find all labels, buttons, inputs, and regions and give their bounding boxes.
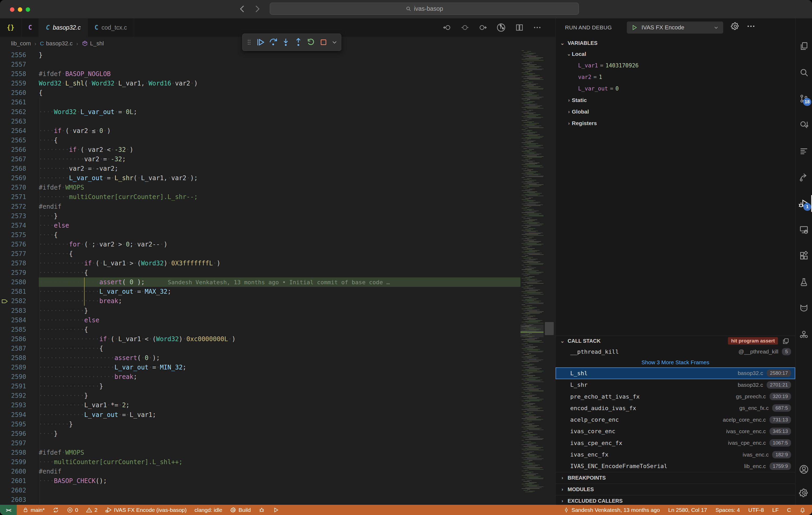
stack-frame-L_shl[interactable]: L_shlbasop32.c2580:17: [556, 368, 795, 379]
code-line-2584[interactable]: 2584············else: [0, 316, 520, 325]
search-details-icon[interactable]: [799, 119, 809, 130]
line-number[interactable]: 2576: [0, 240, 26, 249]
line-number[interactable]: 2597: [0, 438, 26, 448]
line-number[interactable]: 2603: [0, 495, 26, 505]
variables-scope-Global[interactable]: ›Global: [556, 106, 795, 117]
code-line-2562[interactable]: 2562····Word32·L_var_out·=·0L;: [0, 107, 520, 117]
code-editor[interactable]: 2556}25572558#ifdef·BASOP_NOGLOB2559Word…: [0, 50, 520, 505]
remote-explorer-icon[interactable]: [799, 224, 809, 235]
code-line-2599[interactable]: 2599····multiCounter[currCounter].L_shl+…: [0, 457, 520, 467]
breadcrumb-file[interactable]: C basop32.c: [40, 40, 72, 47]
code-line-2566[interactable]: 2566········if·(·var2·<·-32·): [0, 145, 520, 155]
line-number[interactable]: 2563: [0, 117, 26, 126]
line-number[interactable]: 2565: [0, 136, 26, 145]
code-line-2564[interactable]: 2564····if·(·var2·≤·0·): [0, 126, 520, 136]
stack-frame-acelp_core_enc[interactable]: acelp_core_encacelp_core_enc.c731:13: [556, 414, 795, 425]
step-out-icon[interactable]: [294, 37, 303, 47]
code-line-2571[interactable]: 2571········multiCounter[currCounter].L_…: [0, 192, 520, 202]
code-line-2577[interactable]: 2577········{: [0, 249, 520, 259]
scrollbar-thumb[interactable]: [545, 322, 554, 335]
line-number[interactable]: 2558: [0, 69, 26, 79]
line-number[interactable]: 2595: [0, 419, 26, 429]
history-back-icon[interactable]: [237, 4, 248, 14]
gitlens-icon[interactable]: [799, 303, 809, 314]
code-line-2592[interactable]: 2592············}: [0, 391, 520, 400]
stack-frame-encod_audio_ivas_fx[interactable]: encod_audio_ivas_fxgs_enc_fx.c687:5: [556, 402, 795, 414]
editor-scrollbar[interactable]: [544, 50, 555, 505]
tab-basop32.c[interactable]: Cbasop32.c: [39, 18, 88, 37]
test-beaker-icon[interactable]: [799, 277, 809, 288]
line-number[interactable]: 2588: [0, 353, 26, 363]
code-line-2582[interactable]: 2582················break;: [0, 296, 520, 306]
stack-frame-__pthread_kill[interactable]: __pthread_kill@__pthread_kill5: [556, 346, 795, 357]
code-line-2587[interactable]: 2587················{: [0, 344, 520, 353]
code-line-2578[interactable]: 2578············if·(·L_var1·>·(Word32)·0…: [0, 259, 520, 268]
source-control-icon[interactable]: 18: [799, 93, 809, 104]
live-share-icon[interactable]: [799, 172, 809, 183]
code-line-2568[interactable]: 2568········var2·=·-var2;: [0, 164, 520, 173]
line-number[interactable]: 2591: [0, 382, 26, 391]
line-number[interactable]: 2583: [0, 306, 26, 316]
line-number[interactable]: 2589: [0, 363, 26, 372]
code-line-2595[interactable]: 2595········}: [0, 419, 520, 429]
history-forward-icon[interactable]: [252, 4, 262, 14]
code-line-2557[interactable]: 2557: [0, 60, 520, 69]
status-item-sandesh-venkatesh-13-months-ago[interactable]: Sandesh Venkatesh, 13 months ago: [563, 507, 660, 513]
run-and-debug-icon[interactable]: 1: [799, 198, 809, 209]
status-item-clangd-idle[interactable]: clangd: idle: [194, 507, 222, 513]
code-line-2593[interactable]: 2593············L_var1·*=·2;: [0, 400, 520, 410]
symbol-circle-icon[interactable]: [461, 23, 469, 32]
tab-cod_tcx.c[interactable]: Ccod_tcx.c: [88, 18, 134, 37]
line-number[interactable]: 2593: [0, 400, 26, 410]
minimize-window-button[interactable]: [18, 7, 22, 12]
code-line-2580[interactable]: 2580················assert(·0·);Sandesh …: [0, 277, 520, 287]
code-line-2596[interactable]: 2596····}: [0, 429, 520, 438]
show-more-stack-frames-link[interactable]: Show 3 More Stack Frames: [556, 357, 795, 368]
stack-frame-IVAS_ENC_EncodeFrameToSerial[interactable]: IVAS_ENC_EncodeFrameToSeriallib_enc.c175…: [556, 460, 795, 472]
code-line-2589[interactable]: 2589····················L_var_out·=·MIN_…: [0, 363, 520, 372]
step-into-icon[interactable]: [281, 37, 290, 47]
code-line-2560[interactable]: 2560{: [0, 88, 520, 98]
line-number[interactable]: 2599: [0, 457, 26, 467]
run-or-debug-icon[interactable]: [496, 23, 506, 32]
line-number[interactable]: 2575: [0, 230, 26, 240]
line-number[interactable]: 2567: [0, 155, 26, 164]
line-number[interactable]: 2584: [0, 316, 26, 325]
remote-indicator[interactable]: ><: [0, 505, 17, 515]
line-number[interactable]: 2561: [0, 98, 26, 107]
status-item-2[interactable]: 2: [86, 507, 97, 513]
launch-settings-gear-icon[interactable]: [730, 22, 740, 31]
code-line-2601[interactable]: 2601····BASOP_CHECK();: [0, 476, 520, 486]
line-number[interactable]: 2572: [0, 202, 26, 211]
code-line-2570[interactable]: 2570#ifdef·WMOPS: [0, 183, 520, 192]
more-actions-icon[interactable]: [533, 23, 542, 32]
line-number[interactable]: 2570: [0, 183, 26, 192]
line-number[interactable]: 2600: [0, 467, 26, 476]
line-number[interactable]: 2573: [0, 211, 26, 221]
code-line-2597[interactable]: 2597: [0, 438, 520, 448]
variable-var2[interactable]: var2=1: [556, 71, 795, 83]
stop-icon[interactable]: [319, 38, 328, 47]
tab-pinned-1[interactable]: C: [22, 18, 39, 37]
line-number[interactable]: 2560: [0, 88, 26, 98]
status-item-bug-icon[interactable]: [259, 507, 265, 513]
extensions-icon[interactable]: [799, 251, 809, 261]
code-line-2579[interactable]: 2579············{: [0, 268, 520, 277]
line-number[interactable]: 2571: [0, 192, 26, 202]
code-line-2586[interactable]: 2586················if·(·L_var1·<·(Word3…: [0, 334, 520, 344]
start-debug-icon[interactable]: [631, 24, 638, 31]
line-number[interactable]: 2557: [0, 60, 26, 69]
code-line-2561[interactable]: 2561: [0, 98, 520, 107]
code-line-2574[interactable]: 2574····else: [0, 221, 520, 230]
continue-icon[interactable]: [256, 37, 265, 47]
line-number[interactable]: 2579: [0, 268, 26, 277]
search-icon[interactable]: [799, 67, 809, 78]
code-line-2576[interactable]: 2576········for·(·;·var2·>·0;·var2--·): [0, 240, 520, 249]
code-line-2603[interactable]: 2603: [0, 495, 520, 505]
code-line-2558[interactable]: 2558#ifdef·BASOP_NOGLOB: [0, 69, 520, 79]
variables-scope-Local[interactable]: ⌄Local: [556, 48, 795, 60]
settings-gear-icon[interactable]: [799, 488, 809, 498]
stack-frame-L_shr[interactable]: L_shrbasop32.c2701:21: [556, 379, 795, 391]
code-line-2602[interactable]: 2602: [0, 486, 520, 495]
code-line-2591[interactable]: 2591················}: [0, 382, 520, 391]
